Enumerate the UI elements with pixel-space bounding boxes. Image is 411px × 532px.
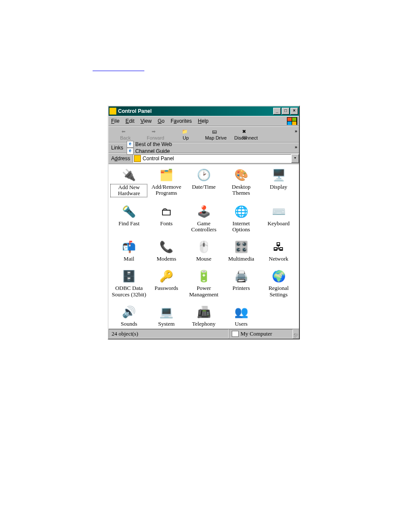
forward-icon: ➡ (152, 129, 159, 135)
cp-item-label: Add New Hardware (110, 184, 147, 197)
cp-item-label: Desktop Themes (224, 184, 258, 196)
menubar: FFileile Edit View Go Favorites Help (109, 116, 299, 126)
menu-help[interactable]: Help (198, 118, 209, 124)
close-button[interactable]: × (290, 108, 298, 115)
menu-edit[interactable]: Edit (125, 118, 134, 124)
odbc-icon: 🗄️ (122, 270, 136, 283)
minimize-button[interactable]: _ (273, 108, 281, 115)
cp-item-regional-settings[interactable]: 🌍Regional Settings (260, 270, 297, 298)
regional-settings-icon: 🌍 (272, 270, 286, 283)
control-panel-icon (109, 108, 116, 115)
cp-item-multimedia[interactable]: 🎛️Multimedia (222, 240, 260, 262)
cp-item-fonts[interactable]: 🗀Fonts (148, 205, 185, 233)
back-icon: ⬅ (121, 129, 129, 135)
cp-item-label: Add/Remove Programs (149, 184, 184, 196)
cp-item-sounds[interactable]: 🔊Sounds (110, 305, 148, 327)
game-controllers-icon: 🕹️ (197, 205, 211, 219)
desktop-themes-icon: 🎨 (234, 168, 248, 182)
cp-item-passwords[interactable]: 🔑Passwords (148, 270, 185, 298)
menu-file[interactable]: FFileile (111, 118, 119, 124)
resize-grip[interactable] (293, 329, 299, 339)
power-management-icon: 🔋 (197, 270, 211, 283)
cp-item-label: Mouse (196, 256, 211, 262)
multimedia-icon: 🎛️ (234, 240, 248, 254)
cp-item-system[interactable]: 💻System (148, 305, 185, 327)
cp-item-network[interactable]: 🖧Network (260, 240, 297, 262)
cp-item-add-new-hardware[interactable]: 🔌Add New Hardware (110, 168, 148, 197)
add-remove-programs-icon: 🗂️ (159, 168, 173, 182)
users-icon: 👥 (234, 305, 248, 319)
toolbar-mapdrive-button[interactable]: 🖴Map Drive (201, 129, 231, 140)
cp-item-mail[interactable]: 📬Mail (110, 240, 148, 262)
cp-item-label: ODBC Data Sources (32bit) (112, 285, 146, 298)
internet-options-icon: 🌐 (234, 205, 248, 219)
link-best-of-web[interactable]: eBest of the Web (127, 141, 172, 148)
telephony-icon: 📠 (197, 305, 211, 319)
cp-item-keyboard[interactable]: ⌨️Keyboard (260, 205, 297, 233)
toolbar-up-button[interactable]: 📁Up (171, 129, 201, 140)
link-channel-guide[interactable]: eChannel Guide (127, 148, 172, 155)
ie-icon: e (127, 148, 134, 155)
cp-item-label: Regional Settings (262, 285, 296, 298)
address-dropdown-button[interactable]: ▾ (291, 154, 299, 163)
sounds-icon: 🔊 (122, 305, 136, 319)
network-icon: 🖧 (272, 240, 286, 254)
cp-item-find-fast[interactable]: 🔦Find Fast (110, 205, 148, 233)
page-top-link[interactable]: ________________ (93, 65, 144, 72)
cp-item-telephony[interactable]: 📠Telephony (185, 305, 223, 327)
cp-item-mouse[interactable]: 🖱️Mouse (185, 240, 223, 262)
find-fast-icon: 🔦 (122, 205, 136, 219)
mapdrive-icon: 🖴 (212, 129, 220, 135)
status-location: My Computer (229, 329, 293, 339)
toolbar-back-button: ⬅Back (110, 129, 140, 140)
cp-item-label: Multimedia (228, 256, 254, 262)
cp-item-label: Keyboard (268, 221, 290, 227)
date-time-icon: 🕑 (197, 168, 211, 182)
address-label: Address (111, 156, 130, 162)
cp-item-game-controllers[interactable]: 🕹️Game Controllers (185, 205, 223, 233)
cp-item-label: Game Controllers (187, 221, 221, 233)
links-bar: Links eBest of the WebeChannel Guide » (109, 143, 299, 153)
menu-view[interactable]: View (140, 118, 152, 124)
display-icon: 🖥️ (272, 168, 286, 182)
mail-icon: 📬 (122, 240, 136, 254)
address-input[interactable]: Control Panel (133, 154, 291, 163)
maximize-button[interactable]: □ (282, 108, 290, 115)
menu-favorites[interactable]: Favorites (171, 118, 192, 124)
keyboard-icon: ⌨️ (272, 205, 286, 219)
address-value: Control Panel (143, 156, 174, 162)
cp-item-users[interactable]: 👥Users (222, 305, 260, 327)
cp-item-label: Printers (233, 285, 250, 291)
passwords-icon: 🔑 (159, 270, 173, 283)
toolbar-overflow-button[interactable]: » (295, 128, 297, 134)
address-icon (134, 155, 141, 162)
disconnect-icon: ✖🖴 (242, 129, 250, 135)
menu-go[interactable]: Go (158, 118, 165, 124)
links-label: Links (111, 145, 123, 151)
window-title: Control Panel (118, 108, 272, 114)
titlebar[interactable]: Control Panel _ □ × (109, 106, 299, 116)
cp-item-label: Telephony (192, 321, 216, 327)
cp-item-desktop-themes[interactable]: 🎨Desktop Themes (222, 168, 260, 197)
links-overflow-button[interactable]: » (295, 144, 297, 149)
printers-icon: 🖨️ (234, 270, 248, 283)
cp-item-modems[interactable]: 📞Modems (148, 240, 185, 262)
cp-item-printers[interactable]: 🖨️Printers (222, 270, 260, 298)
up-icon: 📁 (182, 129, 190, 135)
cp-item-power-management[interactable]: 🔋Power Management (185, 270, 223, 298)
cp-item-label: Fonts (160, 221, 173, 227)
cp-item-label: Find Fast (118, 221, 140, 227)
toolbar-disconnect-button[interactable]: ✖🖴Disconnect (231, 129, 261, 140)
add-new-hardware-icon: 🔌 (122, 168, 136, 182)
icon-grid: 🔌Add New Hardware🗂️Add/Remove Programs🕑D… (109, 164, 299, 329)
cp-item-internet-options[interactable]: 🌐Internet Options (222, 205, 260, 233)
cp-item-label: Sounds (121, 321, 137, 327)
windows-logo-icon (287, 117, 297, 125)
cp-item-display[interactable]: 🖥️Display (260, 168, 297, 197)
fonts-icon: 🗀 (159, 205, 173, 219)
cp-item-odbc[interactable]: 🗄️ODBC Data Sources (32bit) (110, 270, 148, 298)
cp-item-label: Modems (156, 256, 176, 262)
cp-item-date-time[interactable]: 🕑Date/Time (185, 168, 223, 197)
cp-item-add-remove-programs[interactable]: 🗂️Add/Remove Programs (148, 168, 185, 197)
cp-item-label: Mail (124, 256, 134, 262)
